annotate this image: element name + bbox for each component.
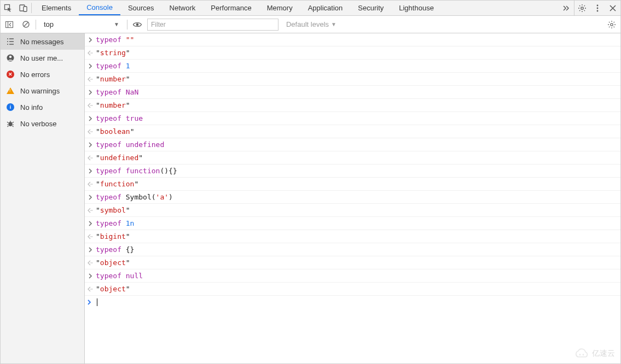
- output-arrow-icon: [87, 208, 94, 213]
- tab-elements[interactable]: Elements: [34, 1, 79, 15]
- sidebar-item-label: No user me...: [20, 54, 63, 62]
- console-output-line[interactable]: "function": [85, 178, 620, 191]
- output-arrow-icon: [87, 50, 94, 56]
- execution-context-label: top: [44, 20, 54, 28]
- input-arrow-icon: [87, 116, 94, 121]
- input-arrow-icon: [87, 37, 94, 43]
- sidebar-item[interactable]: ✕No errors: [1, 66, 84, 83]
- console-code: typeof {}: [96, 245, 134, 254]
- svg-point-5: [597, 7, 599, 9]
- devtools-settings-button[interactable]: [574, 1, 590, 15]
- svg-point-21: [91, 184, 92, 185]
- bug-icon: [6, 119, 15, 128]
- console-input-line[interactable]: typeof Symbol('a'): [85, 191, 620, 204]
- console-result: "symbol": [96, 206, 130, 214]
- tab-network[interactable]: Network: [162, 1, 204, 15]
- caret-down-icon: ▼: [331, 21, 336, 27]
- console-result: "object": [96, 285, 130, 293]
- console-output-line[interactable]: "string": [85, 46, 620, 60]
- console-input-line[interactable]: typeof undefined: [85, 138, 620, 151]
- console-output-line[interactable]: "object": [85, 283, 620, 296]
- toggle-sidebar-button[interactable]: [3, 18, 16, 31]
- console-code: typeof undefined: [96, 140, 164, 149]
- log-levels-label: Default levels: [286, 20, 329, 28]
- tab-security[interactable]: Security: [350, 1, 391, 15]
- svg-point-17: [91, 79, 92, 80]
- device-toggle-button[interactable]: [16, 1, 31, 15]
- console-output[interactable]: typeof """string"typeof 1"number"typeof …: [85, 33, 620, 363]
- tab-lighthouse[interactable]: Lighthouse: [391, 1, 442, 15]
- tab-application[interactable]: Application: [300, 1, 351, 15]
- devtools-tabs: ElementsConsoleSourcesNetworkPerformance…: [32, 1, 559, 15]
- console-result: "bigint": [96, 232, 130, 240]
- gear-icon: [578, 4, 587, 13]
- console-prompt[interactable]: [85, 296, 620, 309]
- sidebar-item[interactable]: No warnings: [1, 83, 84, 99]
- user-icon: [6, 54, 15, 62]
- sidebar-item[interactable]: iNo info: [1, 99, 84, 115]
- separator: [127, 20, 127, 30]
- device-icon: [19, 4, 28, 13]
- sidebar-item[interactable]: No user me...: [1, 50, 84, 66]
- input-arrow-icon: [87, 90, 94, 95]
- svg-point-16: [91, 52, 92, 54]
- output-arrow-icon: [87, 181, 94, 187]
- console-input-line[interactable]: typeof function(){}: [85, 165, 620, 178]
- sidebar-item[interactable]: No messages: [1, 33, 84, 50]
- console-code: typeof Symbol('a'): [96, 193, 173, 201]
- console-input-line[interactable]: typeof true: [85, 112, 620, 125]
- input-arrow-icon: [87, 247, 94, 253]
- log-levels-select[interactable]: Default levels ▼: [282, 20, 336, 28]
- svg-point-19: [91, 131, 92, 132]
- sidebar-item-label: No verbose: [20, 120, 56, 128]
- devtools-more-button[interactable]: [590, 1, 605, 15]
- kebab-icon: [593, 4, 602, 13]
- tab-performance[interactable]: Performance: [203, 1, 259, 15]
- clear-console-button[interactable]: [19, 18, 32, 31]
- devtools-close-button[interactable]: [605, 1, 620, 15]
- sidebar-item[interactable]: No verbose: [1, 115, 84, 132]
- console-output-line[interactable]: "number": [85, 73, 620, 86]
- chevrons-right-icon: [562, 4, 571, 13]
- prompt-arrow-icon: [87, 298, 94, 307]
- console-input-line[interactable]: typeof 1n: [85, 217, 620, 230]
- console-output-line[interactable]: "number": [85, 99, 620, 112]
- text-cursor: [97, 298, 97, 306]
- svg-point-4: [597, 4, 599, 6]
- console-input-line[interactable]: typeof null: [85, 269, 620, 283]
- console-code: typeof NaN: [96, 88, 138, 96]
- console-code: typeof function(){}: [96, 167, 177, 175]
- svg-rect-2: [24, 7, 27, 11]
- input-arrow-icon: [87, 195, 94, 200]
- inspect-element-button[interactable]: [1, 1, 16, 15]
- console-output-line[interactable]: "bigint": [85, 230, 620, 243]
- live-expression-button[interactable]: [131, 18, 144, 31]
- tab-sources[interactable]: Sources: [120, 1, 162, 15]
- error-icon: ✕: [6, 70, 15, 79]
- console-input-line[interactable]: typeof 1: [85, 60, 620, 73]
- console-output-line[interactable]: "undefined": [85, 151, 620, 165]
- svg-point-24: [91, 262, 92, 263]
- tab-memory[interactable]: Memory: [259, 1, 300, 15]
- console-input-line[interactable]: typeof NaN: [85, 86, 620, 99]
- execution-context-select[interactable]: top ▼: [39, 19, 124, 31]
- svg-point-22: [91, 210, 92, 211]
- overflow-tabs-button[interactable]: [559, 1, 574, 15]
- svg-line-10: [24, 22, 28, 27]
- console-output-line[interactable]: "object": [85, 256, 620, 269]
- console-output-line[interactable]: "boolean": [85, 125, 620, 138]
- console-settings-button[interactable]: [605, 18, 618, 31]
- console-input-line[interactable]: typeof {}: [85, 243, 620, 256]
- console-input-line[interactable]: typeof "": [85, 33, 620, 46]
- console-output-line[interactable]: "symbol": [85, 204, 620, 217]
- inspect-icon: [4, 4, 13, 13]
- gear-icon: [607, 20, 616, 29]
- output-arrow-icon: [87, 103, 94, 108]
- svg-point-20: [91, 157, 92, 158]
- sidebar-item-label: No info: [20, 103, 43, 111]
- console-filter-input[interactable]: [147, 19, 278, 31]
- console-sidebar: No messagesNo user me...✕No errorsNo war…: [1, 33, 85, 363]
- tab-console[interactable]: Console: [79, 1, 120, 15]
- console-code: typeof null: [96, 272, 143, 280]
- sidebar-item-label: No errors: [20, 71, 50, 79]
